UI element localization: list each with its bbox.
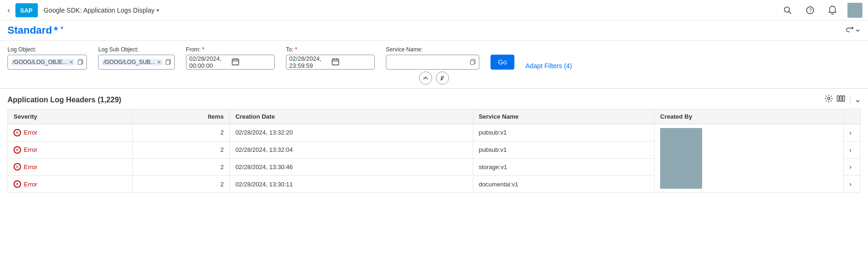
help-icon[interactable]: ?	[803, 3, 818, 18]
app-title-text: Google SDK: Application Logs Display	[43, 7, 154, 14]
col-action	[844, 109, 861, 124]
svg-line-3	[789, 11, 791, 14]
cell-action: ›	[844, 124, 861, 142]
service-name-field: Service Name:	[386, 46, 479, 70]
table-actions: |	[825, 94, 861, 105]
svg-rect-16	[470, 60, 474, 64]
cell-action: ›	[844, 158, 861, 176]
cell-items: 2	[133, 124, 230, 142]
log-sub-object-input[interactable]: /GOOG/LOG_SUB... ✕	[98, 55, 175, 70]
table-row: Error 202/28/2024, 13:32:20pubsub:v1›	[8, 124, 861, 142]
expand-icon[interactable]	[855, 95, 861, 105]
col-service-name: Service Name	[473, 109, 654, 124]
svg-text:?: ?	[809, 7, 812, 13]
cell-service-name: pubsub:v1	[473, 124, 654, 142]
service-name-input[interactable]	[386, 55, 479, 70]
log-object-copy-icon[interactable]	[77, 58, 84, 66]
from-calendar-icon[interactable]	[232, 58, 271, 67]
from-required-star: *	[202, 46, 205, 53]
log-object-field: Log Object: /GOOG/LOG_OBJE... ✕	[7, 46, 87, 70]
from-value: 02/28/2024, 00:00:00	[189, 55, 229, 69]
cell-service-name: documentai:v1	[473, 176, 654, 193]
row-navigate-icon[interactable]: ›	[849, 129, 852, 136]
svg-rect-12	[332, 59, 339, 65]
cell-items: 2	[133, 141, 230, 158]
error-badge: Error	[14, 129, 127, 136]
table-header-row: Application Log Headers (1,229) |	[7, 94, 861, 105]
log-sub-object-label: Log Sub Object:	[98, 46, 175, 53]
error-label: Error	[24, 129, 37, 136]
filter-collapse-row	[7, 70, 861, 85]
error-label: Error	[24, 181, 37, 188]
service-name-copy-icon[interactable]	[470, 58, 476, 66]
log-object-label: Log Object:	[7, 46, 87, 53]
subheader: Standard * ˅	[0, 21, 868, 41]
svg-rect-6	[78, 60, 82, 64]
log-object-input[interactable]: /GOOG/LOG_OBJE... ✕	[7, 55, 87, 70]
cell-action: ›	[844, 141, 861, 158]
filter-bar: Log Object: /GOOG/LOG_OBJE... ✕ Log Sub …	[0, 41, 868, 89]
top-navigation: ‹ SAP Google SDK: Application Logs Displ…	[0, 0, 868, 21]
log-sub-object-field: Log Sub Object: /GOOG/LOG_SUB... ✕	[98, 46, 175, 70]
error-circle-icon	[14, 146, 21, 154]
error-circle-icon	[14, 163, 21, 171]
back-button[interactable]: ‹	[6, 4, 12, 16]
variant-name: Standard	[7, 24, 52, 36]
sap-logo: SAP	[15, 3, 38, 17]
row-navigate-icon[interactable]: ›	[849, 146, 852, 154]
log-sub-object-token: /GOOG/LOG_SUB... ✕	[101, 59, 163, 65]
log-object-clear-icon[interactable]: ✕	[69, 59, 73, 65]
error-badge: Error	[14, 180, 127, 188]
cell-creation-date: 02/28/2024, 13:32:04	[229, 141, 473, 158]
settings-icon[interactable]	[825, 94, 833, 105]
table-title: Application Log Headers (1,229)	[7, 96, 121, 104]
error-label: Error	[24, 163, 37, 171]
log-object-token: /GOOG/LOG_OBJE... ✕	[11, 59, 75, 65]
notification-icon[interactable]	[825, 3, 840, 18]
cell-severity: Error	[8, 124, 133, 142]
service-name-label: Service Name:	[386, 46, 479, 53]
col-items: Items	[133, 109, 230, 124]
to-required-star: *	[295, 46, 297, 53]
app-title-chevron-icon[interactable]: ▾	[157, 7, 159, 14]
svg-rect-8	[232, 59, 239, 65]
log-sub-object-clear-icon[interactable]: ✕	[157, 59, 161, 65]
pin-button[interactable]	[436, 71, 449, 85]
collapse-up-button[interactable]	[419, 71, 432, 85]
cell-created-by	[655, 124, 844, 193]
log-sub-object-copy-icon[interactable]	[165, 58, 171, 66]
table-section: Application Log Headers (1,229) |	[0, 89, 868, 199]
error-label: Error	[24, 146, 37, 153]
adapt-filters-button[interactable]: Adapt Filters (4)	[526, 62, 572, 70]
variant-title: Standard * ˅	[7, 24, 64, 36]
svg-point-18	[828, 98, 830, 100]
share-button[interactable]	[846, 26, 861, 35]
row-navigate-icon[interactable]: ›	[849, 180, 852, 188]
app-title: Google SDK: Application Logs Display ▾	[43, 7, 776, 14]
cell-service-name: pubsub:v1	[473, 141, 654, 158]
cell-items: 2	[133, 158, 230, 176]
cell-creation-date: 02/28/2024, 13:30:11	[229, 176, 473, 193]
svg-text:SAP: SAP	[20, 7, 33, 14]
to-input[interactable]: 02/28/2024, 23:59:59	[286, 55, 375, 70]
svg-rect-20	[840, 96, 842, 101]
go-button[interactable]: Go	[491, 55, 514, 70]
svg-rect-19	[837, 96, 839, 101]
cell-creation-date: 02/28/2024, 13:32:20	[229, 124, 473, 142]
to-field: To: * 02/28/2024, 23:59:59	[286, 46, 375, 70]
svg-rect-21	[843, 96, 845, 101]
variant-chevron-icon[interactable]: ˅	[60, 26, 64, 35]
table-divider: |	[849, 95, 851, 105]
search-icon[interactable]	[780, 3, 795, 18]
column-settings-icon[interactable]	[837, 94, 845, 105]
row-navigate-icon[interactable]: ›	[849, 163, 852, 171]
from-label: From: *	[186, 46, 275, 53]
to-calendar-icon[interactable]	[332, 58, 371, 67]
to-label: To: *	[286, 46, 375, 53]
avatar[interactable]	[847, 3, 862, 18]
col-created-by: Created By	[655, 109, 844, 124]
error-circle-icon	[14, 180, 21, 188]
cell-items: 2	[133, 176, 230, 193]
from-input[interactable]: 02/28/2024, 00:00:00	[186, 55, 275, 70]
redacted-created-by	[660, 128, 702, 189]
